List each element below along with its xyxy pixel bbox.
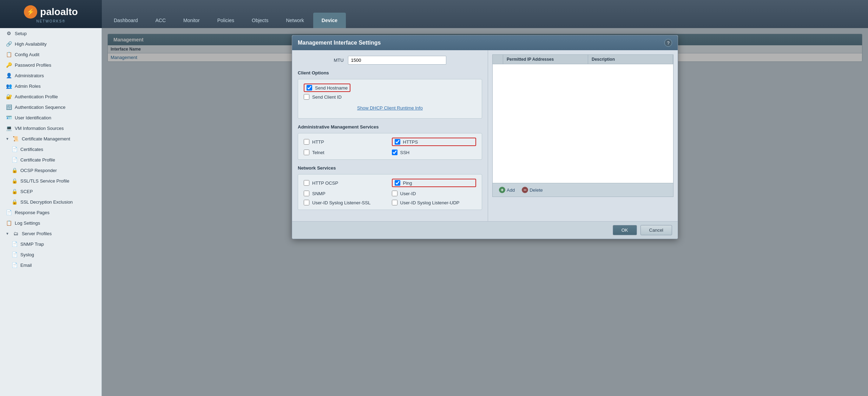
- ping-text: Ping: [403, 180, 412, 186]
- ping-checkbox[interactable]: [395, 180, 400, 186]
- http-checkbox[interactable]: [304, 139, 309, 145]
- top-bar: ⚡ paloalto NETWORKS® Dashboard ACC Monit…: [0, 0, 868, 28]
- https-label[interactable]: HTTPS: [392, 138, 476, 146]
- sidebar-item-password-profiles[interactable]: 🔑 Password Profiles: [0, 60, 101, 70]
- sidebar-item-server-profiles[interactable]: ▼ 🗂 Server Profiles: [0, 228, 101, 239]
- send-client-id-label[interactable]: Send Client ID: [304, 94, 476, 100]
- sidebar-item-vm-info[interactable]: 💻 VM Information Sources: [0, 123, 101, 133]
- sidebar-item-auth-profile[interactable]: 🔐 Authentication Profile: [0, 91, 101, 102]
- http-ocsp-checkbox[interactable]: [304, 180, 309, 186]
- sidebar-label-certs: Certificates: [20, 147, 43, 152]
- auth-seq-icon: 🔢: [6, 104, 12, 110]
- sidebar-item-scep[interactable]: 🔒 SCEP: [0, 186, 101, 197]
- sidebar-label-admin: Administrators: [15, 73, 44, 78]
- sidebar-item-response-pages[interactable]: 📄 Response Pages: [0, 207, 101, 218]
- sidebar-item-log-settings[interactable]: 📋 Log Settings: [0, 218, 101, 228]
- sidebar-item-snmp-trap[interactable]: 📄 SNMP Trap: [0, 239, 101, 249]
- snmp-label[interactable]: SNMP: [304, 191, 388, 196]
- admin-services-title: Administrative Management Services: [298, 124, 482, 130]
- cancel-label: Cancel: [649, 227, 663, 233]
- setup-icon: ⚙: [6, 30, 12, 37]
- snmp-checkbox[interactable]: [304, 191, 309, 196]
- sidebar-item-administrators[interactable]: 👤 Administrators: [0, 70, 101, 81]
- user-id-label[interactable]: User-ID: [392, 191, 476, 196]
- sidebar-item-user-id[interactable]: 🪪 User Identification: [0, 112, 101, 123]
- send-client-id-checkbox[interactable]: [304, 94, 309, 100]
- help-icon: ?: [667, 40, 669, 46]
- mtu-input[interactable]: [348, 56, 446, 65]
- userid-udp-checkbox[interactable]: [392, 200, 397, 205]
- sidebar-item-cert-profile[interactable]: 📄 Certificate Profile: [0, 154, 101, 165]
- tab-network[interactable]: Network: [277, 13, 312, 28]
- tab-monitor[interactable]: Monitor: [175, 13, 208, 28]
- tab-dashboard[interactable]: Dashboard: [105, 13, 146, 28]
- sidebar-label-email: Email: [20, 263, 32, 268]
- sidebar-item-high-availability[interactable]: 🔗 High Availability: [0, 39, 101, 49]
- logo: ⚡ paloalto: [24, 5, 78, 19]
- modal-help-button[interactable]: ?: [664, 39, 672, 47]
- http-text: HTTP: [312, 139, 324, 145]
- userid-udp-label[interactable]: User-ID Syslog Listener-UDP: [392, 200, 476, 205]
- snmp-icon: 📄: [11, 241, 18, 247]
- password-icon: 🔑: [6, 62, 12, 68]
- content-area: Management Interface Name Management Man…: [102, 28, 868, 396]
- send-hostname-label[interactable]: Send Hostname: [304, 84, 350, 92]
- telnet-label[interactable]: Telnet: [304, 150, 388, 155]
- tab-objects[interactable]: Objects: [243, 13, 277, 28]
- send-client-id-text: Send Client ID: [312, 94, 342, 100]
- http-ocsp-label[interactable]: HTTP OCSP: [304, 179, 388, 187]
- ha-icon: 🔗: [6, 41, 12, 47]
- ssh-text: SSH: [400, 150, 410, 155]
- sidebar-label-snmp: SNMP Trap: [20, 242, 44, 247]
- send-hostname-text: Send Hostname: [315, 85, 348, 91]
- sidebar-item-admin-roles[interactable]: 👥 Admin Roles: [0, 81, 101, 91]
- cert-icon: 📄: [11, 146, 18, 152]
- userid-ssl-label[interactable]: User-ID Syslog Listener-SSL: [304, 200, 388, 205]
- logo-area: ⚡ paloalto NETWORKS®: [0, 0, 102, 28]
- sidebar-item-config-audit[interactable]: 📋 Config Audit: [0, 49, 101, 60]
- http-label[interactable]: HTTP: [304, 138, 388, 146]
- https-checkbox[interactable]: [395, 139, 400, 145]
- user-id-checkbox[interactable]: [392, 191, 397, 196]
- dhcp-link[interactable]: Show DHCP Client Runtime Info: [304, 102, 476, 114]
- sidebar-item-setup[interactable]: ⚙ Setup: [0, 28, 101, 39]
- ssh-label[interactable]: SSH: [392, 150, 476, 155]
- sidebar-label-setup: Setup: [15, 31, 27, 36]
- telnet-checkbox[interactable]: [304, 150, 309, 155]
- network-services-grid: HTTP OCSP Ping SNMP: [304, 179, 476, 205]
- sidebar-item-ocsp[interactable]: 🔒 OCSP Responder: [0, 165, 101, 176]
- sidebar-item-email[interactable]: 📄 Email: [0, 260, 101, 270]
- userid-icon: 🪪: [6, 114, 12, 121]
- ssh-checkbox[interactable]: [392, 150, 397, 155]
- logo-icon: ⚡: [24, 5, 37, 19]
- sidebar-item-ssl-decrypt[interactable]: 🔒 SSL Decryption Exclusion: [0, 197, 101, 207]
- tab-device[interactable]: Device: [313, 13, 346, 28]
- sidebar-item-certificates[interactable]: 📄 Certificates: [0, 144, 101, 154]
- cancel-button[interactable]: Cancel: [640, 225, 672, 235]
- tab-policies[interactable]: Policies: [209, 13, 243, 28]
- sidebar-label-ocsp: OCSP Responder: [20, 168, 57, 173]
- delete-ip-button[interactable]: − Delete: [520, 186, 545, 194]
- add-ip-button[interactable]: + Add: [497, 186, 517, 194]
- ok-button[interactable]: OK: [613, 225, 637, 235]
- dhcp-link-text: Show DHCP Client Runtime Info: [357, 105, 423, 111]
- send-hostname-checkbox[interactable]: [307, 85, 312, 91]
- auth-profile-icon: 🔐: [6, 93, 12, 100]
- mtu-row: MTU: [298, 56, 482, 65]
- sidebar-label-auth-profile: Authentication Profile: [15, 94, 58, 99]
- telnet-text: Telnet: [312, 150, 324, 155]
- modal-footer: OK Cancel: [292, 221, 678, 239]
- ping-label[interactable]: Ping: [392, 179, 476, 187]
- tab-acc[interactable]: ACC: [147, 13, 175, 28]
- ssl-decrypt-icon: 🔒: [11, 199, 18, 205]
- network-services-section: Network Services HTTP OCSP Pi: [298, 165, 482, 210]
- sidebar-item-ssl-tls[interactable]: 🔒 SSL/TLS Service Profile: [0, 176, 101, 186]
- modal-title-bar: Management Interface Settings ?: [292, 35, 678, 50]
- sidebar-item-syslog[interactable]: 📄 Syslog: [0, 249, 101, 260]
- sidebar-item-cert-mgmt[interactable]: ▼ 📜 Certificate Management: [0, 133, 101, 144]
- col-checkbox-header: [493, 55, 503, 64]
- sidebar-label-response: Response Pages: [15, 210, 50, 215]
- userid-ssl-checkbox[interactable]: [304, 200, 309, 205]
- sidebar-item-auth-sequence[interactable]: 🔢 Authentication Sequence: [0, 102, 101, 112]
- ocsp-icon: 🔒: [11, 167, 18, 173]
